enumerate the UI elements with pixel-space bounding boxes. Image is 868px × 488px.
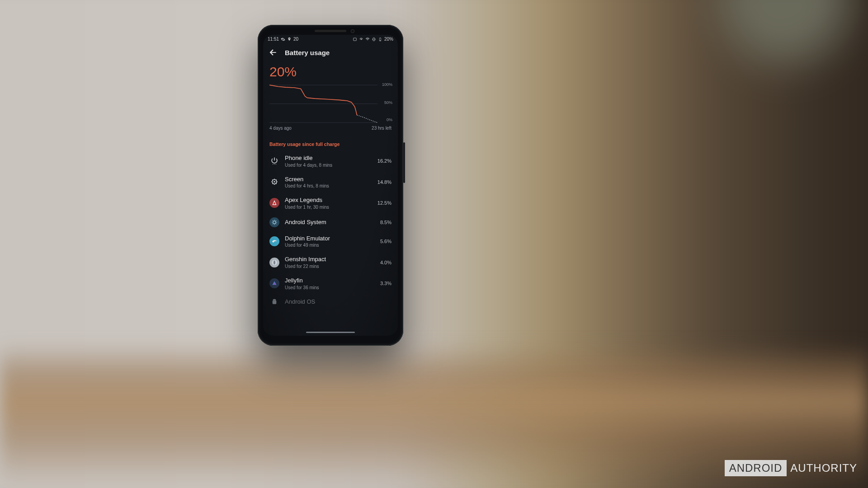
usage-row-cutoff[interactable]: Android OS — [263, 294, 398, 307]
battery-percent-large: 20% — [263, 62, 398, 80]
phone-screen: 11:51 20 20% Battery usage 20% — [263, 35, 398, 336]
phone-frame: 11:51 20 20% Battery usage 20% — [258, 25, 403, 346]
usage-row-name: Apex Legends — [285, 197, 372, 204]
usage-row[interactable]: Dolphin EmulatorUsed for 49 mins5.6% — [263, 231, 398, 252]
usage-row[interactable]: JellyfinUsed for 36 mins3.3% — [263, 273, 398, 294]
usage-row[interactable]: Genshin ImpactUsed for 22 mins4.0% — [263, 252, 398, 273]
usage-row-percent: 8.5% — [380, 220, 392, 225]
svg-point-13 — [273, 221, 276, 224]
svg-rect-4 — [380, 40, 381, 41]
svg-rect-5 — [380, 38, 380, 38]
app-bar: Battery usage — [263, 42, 398, 62]
gesture-nav-bar[interactable] — [306, 332, 355, 333]
brightness-icon — [269, 177, 279, 187]
watermark: ANDROID AUTHORITY — [725, 460, 857, 476]
usage-row-name: Android OS — [285, 298, 315, 305]
svg-point-12 — [274, 181, 275, 182]
usage-row-name: Genshin Impact — [285, 256, 375, 263]
battery-history-chart[interactable]: 100% 50% 0% — [269, 83, 392, 123]
vibrate-icon — [372, 37, 376, 42]
section-label: Battery usage since full charge — [263, 131, 398, 150]
android-icon — [269, 297, 279, 307]
arrow-left-icon — [269, 48, 278, 57]
svg-point-9 — [273, 164, 273, 164]
usage-row-percent: 16.2% — [377, 158, 392, 164]
chart-x-axis: 4 days ago 23 hrs left — [269, 126, 392, 131]
svg-point-11 — [276, 164, 276, 164]
android-sys-icon — [269, 217, 279, 227]
usage-row-name: Jellyfin — [285, 277, 375, 284]
gear-icon — [281, 37, 285, 42]
usage-row-subtext: Used for 49 mins — [285, 243, 375, 248]
usage-row-name: Android System — [285, 219, 375, 226]
usage-row-subtext: Used for 36 mins — [285, 285, 375, 290]
status-temperature: 20 — [293, 37, 298, 42]
dolphin-icon — [269, 236, 279, 246]
usage-row-subtext: Used for 4 hrs, 8 mins — [285, 183, 372, 188]
svg-rect-2 — [373, 38, 374, 41]
apex-icon — [269, 198, 279, 208]
power-icon — [269, 156, 279, 166]
page-title: Battery usage — [285, 49, 330, 56]
phone-earpiece — [315, 30, 346, 32]
watermark-rest: AUTHORITY — [790, 462, 857, 474]
usage-row-percent: 5.6% — [380, 239, 392, 244]
svg-point-1 — [361, 38, 362, 40]
jellyfin-icon — [269, 278, 279, 288]
genshin-icon — [269, 258, 279, 267]
usage-row-name: Phone idle — [285, 155, 372, 162]
watermark-boxed: ANDROID — [725, 460, 787, 476]
usage-row-subtext: Used for 1 hr, 30 mins — [285, 205, 372, 210]
usage-row-percent: 14.8% — [377, 179, 392, 185]
battery-usage-list: Phone idleUsed for 4 days, 8 mins16.2%Sc… — [263, 150, 398, 307]
usage-row-subtext: Used for 4 days, 8 mins — [285, 163, 372, 168]
wifi-icon — [365, 37, 370, 42]
battery-icon — [378, 37, 382, 42]
usage-row-name: Screen — [285, 176, 372, 183]
location-icon — [287, 37, 292, 42]
usage-row[interactable]: ScreenUsed for 4 hrs, 8 mins14.8% — [263, 172, 398, 193]
phone-selfie-camera — [351, 29, 354, 33]
svg-point-10 — [274, 164, 274, 164]
status-bar: 11:51 20 20% — [263, 35, 398, 42]
back-button[interactable] — [268, 47, 278, 58]
svg-rect-0 — [354, 38, 357, 41]
usage-row-subtext: Used for 22 mins — [285, 264, 375, 269]
chart-x-start: 4 days ago — [269, 126, 292, 131]
hotspot-icon — [359, 37, 363, 42]
battery-chart-svg — [269, 83, 392, 124]
chart-x-end: 23 hrs left — [372, 126, 392, 131]
status-battery-text: 20% — [384, 37, 393, 42]
status-time: 11:51 — [268, 37, 279, 42]
usage-row-percent: 3.3% — [380, 281, 392, 286]
usage-row-name: Dolphin Emulator — [285, 235, 375, 242]
usage-row-percent: 4.0% — [380, 260, 392, 265]
usage-row-percent: 12.5% — [377, 200, 392, 206]
usage-row[interactable]: Apex LegendsUsed for 1 hr, 30 mins12.5% — [263, 192, 398, 214]
sim-icon — [353, 37, 357, 42]
usage-row[interactable]: Android System8.5% — [263, 214, 398, 231]
usage-row[interactable]: Phone idleUsed for 4 days, 8 mins16.2% — [263, 150, 398, 172]
